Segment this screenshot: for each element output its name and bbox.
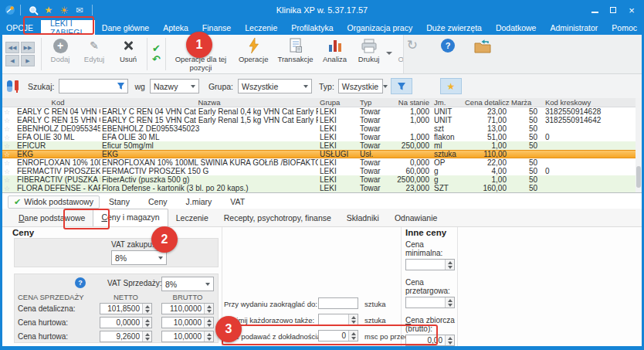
menu-item[interactable]: Profilaktyka <box>284 20 340 35</box>
star-quick-icon[interactable]: ★ <box>42 5 56 15</box>
detail-tab[interactable]: Odnawianie <box>387 210 445 226</box>
search-quick-icon[interactable] <box>26 5 40 15</box>
table-row[interactable]: ☆EARLY C REN 04 VHN CEARLY C REN 04 VHN … <box>0 107 644 116</box>
minimize-button[interactable] <box>585 2 604 18</box>
spinner-buttons[interactable] <box>204 318 213 328</box>
drukuj-dropdown-chevron[interactable] <box>386 52 392 55</box>
spinner-buttons[interactable] <box>204 304 213 314</box>
dodaj-button[interactable]: + Dodaj <box>43 35 77 73</box>
detail-tab[interactable]: Recepty, psychotropy, finanse <box>216 210 339 226</box>
last-record-button[interactable]: ▶▶ <box>21 42 35 53</box>
scrollbar-thumb[interactable] <box>636 166 641 188</box>
spinner-up-icon[interactable] <box>207 333 212 336</box>
analiza-button[interactable]: Analiza <box>318 35 352 73</box>
transakcje-button[interactable]: Transakcje <box>273 35 317 73</box>
column-header-marza[interactable]: Marża <box>510 98 541 107</box>
spinner-down-icon[interactable] <box>448 342 452 345</box>
brutto-input[interactable]: 10,0000 <box>161 331 214 342</box>
spinner-down-icon[interactable] <box>207 324 212 327</box>
detail-tab[interactable]: Składniki <box>339 210 387 226</box>
search-input[interactable] <box>59 79 128 93</box>
vat-zakupu-select[interactable]: 8% <box>111 250 167 265</box>
mail-quick-icon[interactable]: ✉ <box>73 5 86 15</box>
menu-item[interactable]: Dane główne <box>95 20 156 35</box>
brutto-input[interactable]: 10,0000 <box>161 317 214 328</box>
menu-item[interactable]: Apteka <box>156 20 195 35</box>
wg-select[interactable]: Nazwy <box>150 79 199 93</box>
spinner-down-icon[interactable] <box>207 310 212 313</box>
view-active-widok-podstawowy[interactable]: ✔ Widok podstawowy <box>8 195 100 209</box>
netto-input[interactable]: 101,8500 <box>100 303 152 314</box>
table-row[interactable]: ☆ENROFLOXAN 10% 100ENROFLOXAN 10% 100ML … <box>0 158 644 167</box>
spinner-up-icon[interactable] <box>207 305 212 308</box>
view-item[interactable]: Stany <box>100 197 139 206</box>
menu-item[interactable]: Duże zwierzęta <box>419 20 489 35</box>
menu-item[interactable]: Administrator <box>543 20 605 35</box>
first-record-button[interactable]: ◀◀ <box>5 42 19 53</box>
field-input[interactable] <box>318 297 358 309</box>
column-header-stan[interactable]: Na stanie <box>394 98 432 107</box>
table-row[interactable]: ☆FERMACTIV PROSZEK 1FERMACTIV PROSZEK 15… <box>0 167 644 175</box>
table-row[interactable]: ☆FIBERACTIV (PUSZKA 5FiberActiv (puszka … <box>0 175 644 184</box>
spinner-up-icon[interactable] <box>207 319 212 322</box>
view-item[interactable]: VAT <box>221 197 254 206</box>
table-row[interactable]: ☆EARLY C REN 15 VHN CEARLY C REN 15 VHN … <box>0 116 644 124</box>
view-item[interactable]: Ceny <box>139 197 177 206</box>
spinner-buttons[interactable] <box>348 314 358 325</box>
spinner-down-icon[interactable] <box>448 266 452 269</box>
table-row[interactable]: ☆EFA OLIE 30 MLEFA OLIE 30 MLLEKITowar1,… <box>0 133 644 141</box>
vertical-scrollbar[interactable] <box>636 98 642 192</box>
apply-filter-button[interactable] <box>391 78 412 94</box>
spinner-down-icon[interactable] <box>351 321 356 324</box>
next-record-button[interactable]: ▶ <box>21 55 35 66</box>
spinner-buttons[interactable] <box>142 304 151 314</box>
grupa-select[interactable]: Wszystkie <box>238 79 312 93</box>
field-input[interactable] <box>405 259 455 270</box>
spinner-up-icon[interactable] <box>351 316 356 319</box>
table-row[interactable]: ☆FLORA DEFENSE - KARTFlora Defense - kar… <box>0 184 644 192</box>
field-input[interactable] <box>405 297 455 308</box>
spinner-buttons[interactable] <box>142 331 151 342</box>
column-header-cena[interactable]: Cena detaliczna <box>463 98 510 107</box>
table-row[interactable]: ☆EFICUREficur 50mg/mlLEKITowar250,000ml1… <box>0 141 644 150</box>
table-row[interactable]: ☆EKGEKGUSŁUGIUsł.sztuka110,00 <box>0 150 644 158</box>
typ-select[interactable]: Wszystkie <box>338 79 383 93</box>
column-header-grupa[interactable]: Grupa <box>318 98 358 107</box>
spinner-buttons[interactable] <box>204 331 213 342</box>
spinner-down-icon[interactable] <box>145 338 150 341</box>
netto-input[interactable]: 0,0000 <box>100 317 152 328</box>
operacje-button[interactable]: Operacje <box>234 35 273 73</box>
vat-sprzedazy-select[interactable]: 8% <box>161 277 214 291</box>
spinner-up-icon[interactable] <box>145 305 150 308</box>
spinner-up-icon[interactable] <box>448 337 452 340</box>
favorites-filter-button[interactable]: ★ <box>440 78 462 94</box>
usun-button[interactable]: Usuń <box>111 35 145 73</box>
menu-item[interactable]: Dodatkowe <box>489 20 544 35</box>
spinner-buttons[interactable] <box>445 297 454 308</box>
column-header-nazwa[interactable]: Nazwa <box>100 98 318 107</box>
sun-quick-icon[interactable]: ☀ <box>57 5 71 16</box>
spinner-up-icon[interactable] <box>145 319 150 322</box>
column-header-kk[interactable]: Kod kreskowy <box>541 98 613 107</box>
spinner-up-icon[interactable] <box>448 299 452 302</box>
help-icon[interactable]: ? <box>75 277 86 288</box>
netto-input[interactable]: 9,2600 <box>100 331 152 342</box>
spinner-up-icon[interactable] <box>448 261 452 264</box>
spinner-up-icon[interactable] <box>145 333 150 336</box>
table-row[interactable]: ☆EBENHOLZ DE0955345(EBENHOLZ DE095534502… <box>0 124 644 133</box>
column-header-jm[interactable]: Jm. <box>432 98 463 107</box>
undo-icon[interactable]: ↶ <box>152 55 161 64</box>
drukuj-button[interactable]: Drukuj <box>352 35 386 73</box>
close-button[interactable]: × <box>622 2 641 18</box>
menu-item[interactable]: Organizacja pracy <box>341 20 420 35</box>
spinner-buttons[interactable] <box>445 260 454 270</box>
edytuj-button[interactable]: ✎ Edytuj <box>77 35 111 73</box>
spinner-down-icon[interactable] <box>145 324 150 327</box>
menu-item[interactable]: Leczenie <box>238 20 284 35</box>
prev-record-button[interactable]: ◀ <box>5 55 19 66</box>
menu-item[interactable]: Pomoc <box>605 20 644 35</box>
spinner-buttons[interactable] <box>142 318 151 328</box>
brutto-input[interactable]: 110,0000 <box>161 303 214 314</box>
field-input[interactable] <box>318 314 358 325</box>
spinner-buttons[interactable] <box>445 335 454 345</box>
